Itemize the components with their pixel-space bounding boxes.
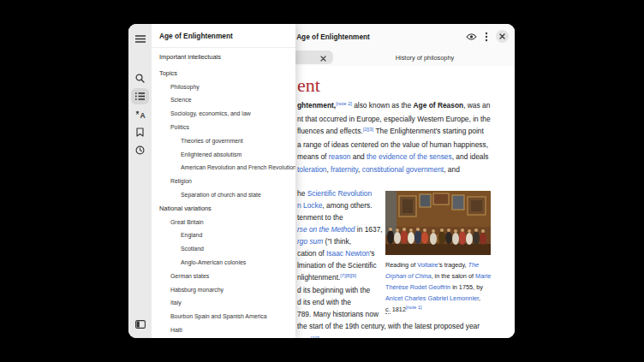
article-link[interactable]: n Locke — [297, 201, 322, 210]
toc-item[interactable]: German states — [152, 270, 295, 283]
clipped-reference[interactable]: [10] — [311, 335, 319, 338]
toc-item[interactable]: American Revolution and French Revolutio… — [152, 161, 295, 175]
toc-item[interactable]: Italy — [152, 296, 295, 310]
article-figure: Reading of Voltaire's tragedy, TheOrphan… — [385, 191, 498, 316]
article-link[interactable]: Scientific Revolution — [307, 189, 372, 198]
app-window: Age of Enlightenment — [128, 24, 515, 338]
text-segment: 1812 — [391, 306, 406, 313]
text-segment: tenment to the — [297, 213, 343, 222]
text-segment: 's — [370, 249, 375, 258]
article-link[interactable]: reason — [329, 152, 351, 161]
toc-item[interactable]: England — [152, 228, 295, 242]
svg-text:A: A — [140, 111, 145, 119]
close-icon[interactable] — [496, 30, 509, 43]
article-link[interactable]: [2][3] — [363, 127, 373, 132]
window-title: Age of Enlightenment — [296, 33, 370, 41]
text-segment: d its end with the — [297, 298, 351, 306]
article-link[interactable]: Anicet Charles Gabriel Lemonnier — [385, 294, 479, 302]
text-segment: , and — [444, 165, 460, 174]
text-segment: also known as the — [352, 101, 414, 110]
kebab-menu-icon[interactable] — [485, 32, 488, 42]
text-segment: 789. Many historians now — [297, 310, 379, 318]
toc-list: Important intellectualsTopicsPhilosophyS… — [152, 48, 295, 337]
text-segment: Age of Reason — [414, 101, 464, 110]
article-link[interactable]: Voltaire — [417, 261, 438, 269]
article-heading: ent — [297, 74, 320, 97]
article-link[interactable]: Isaac Newton — [326, 249, 370, 258]
text-segment: d its beginning with the — [297, 286, 370, 294]
toc-item[interactable]: Bourbon Spain and Spanish America — [152, 310, 295, 323]
toc-panel: Age of Enlightenment Important intellect… — [152, 24, 295, 338]
article-paragraph-1: ghtenment,[note 2] also known as the Age… — [297, 99, 491, 176]
text-segment: nlightenment. — [297, 273, 340, 282]
article-link[interactable]: Thérèse Rodet Geoffrin — [385, 283, 450, 291]
toc-panel-title: Age of Enlightenment — [159, 32, 233, 40]
toc-item[interactable]: Sociology, economics, and law — [152, 107, 295, 121]
text-segment: and — [350, 152, 367, 161]
text-segment: means of — [297, 152, 329, 161]
search-icon[interactable] — [131, 70, 149, 86]
text-segment: , in the salon of — [432, 272, 476, 280]
text-segment: The Enlightenment's starting point — [373, 127, 484, 135]
text-segment: nt that occurred in Europe, especially W… — [297, 115, 491, 123]
article-link[interactable]: Orphan of China — [385, 272, 432, 280]
tab-close-icon[interactable] — [320, 50, 326, 65]
text-segment: , and ideals — [452, 152, 489, 161]
text-segment: , — [479, 294, 480, 302]
article-link[interactable]: rgo sum — [297, 237, 323, 246]
language-icon[interactable]: A — [131, 106, 149, 122]
text-segment: he — [297, 189, 307, 198]
toc-item[interactable]: National variations — [152, 202, 295, 216]
toc-item[interactable]: Separation of church and state — [152, 188, 295, 202]
text-segment: cation of — [297, 249, 326, 258]
toc-item[interactable]: Haiti — [152, 323, 295, 337]
text-segment: lmination of the Scientific — [297, 261, 377, 270]
text-segment: ("I think, — [323, 237, 351, 246]
hamburger-menu-icon[interactable] — [131, 31, 149, 47]
toc-item[interactable]: Anglo-American colonies — [152, 256, 295, 270]
toc-item[interactable]: Topics — [152, 67, 295, 80]
text-segment: Reading of — [385, 261, 417, 269]
text-segment: in 1755, by — [450, 283, 483, 291]
toc-panel-header: Age of Enlightenment — [152, 24, 295, 48]
article-link[interactable]: constitutional government — [362, 165, 444, 174]
toc-item[interactable]: Enlightened absolutism — [152, 148, 295, 162]
text-segment: the start of the 19th century, with the … — [297, 322, 480, 330]
toc-item[interactable]: Politics — [152, 121, 295, 134]
article-link[interactable]: [7][8][9] — [340, 273, 356, 278]
toc-item[interactable]: Science — [152, 93, 295, 107]
text-segment: , was an — [463, 101, 490, 110]
toc-list-icon[interactable] — [131, 88, 149, 104]
toc-item[interactable]: Great Britain — [152, 216, 295, 229]
sidebar-toggle-icon[interactable] — [131, 316, 149, 332]
history-clock-icon[interactable] — [131, 142, 149, 158]
toc-item[interactable]: Habsburg monarchy — [152, 283, 295, 297]
toc-item[interactable]: Philosophy — [152, 80, 295, 94]
text-segment: a range of ideas centered on the value o… — [297, 140, 488, 149]
figure-caption: Reading of Voltaire's tragedy, TheOrphan… — [385, 260, 498, 316]
article-link[interactable]: toleration — [297, 165, 326, 174]
text-segment: ghtenment, — [297, 101, 336, 110]
toc-item[interactable]: Religion — [152, 175, 295, 188]
article-link[interactable]: fraternity — [331, 165, 358, 174]
text-segment: in 1637, — [355, 225, 383, 234]
toc-item[interactable]: Theories of government — [152, 134, 295, 148]
tab-history-of-philosophy[interactable]: History of philosophy — [335, 49, 515, 66]
toc-item[interactable]: Important intellectuals — [152, 50, 295, 64]
article-link[interactable]: [note 1] — [406, 305, 422, 310]
bookmark-icon[interactable] — [131, 124, 149, 140]
article-link[interactable]: The — [468, 261, 480, 269]
text-segment: 's tragedy, — [438, 261, 468, 269]
text-segment: fluences and effects. — [297, 127, 363, 135]
header-actions — [466, 24, 509, 49]
article-link[interactable]: Marie — [475, 272, 491, 280]
icon-rail: A — [128, 24, 152, 338]
eye-icon[interactable] — [466, 33, 477, 41]
article-link[interactable]: rse on the Method — [297, 225, 355, 234]
article-link[interactable]: the evidence of the senses — [367, 152, 452, 161]
salon-painting-image[interactable] — [385, 191, 498, 255]
toc-item[interactable]: Scotland — [152, 242, 295, 256]
text-segment: , among others. — [322, 201, 372, 210]
article-link[interactable]: [note 2] — [336, 101, 352, 106]
